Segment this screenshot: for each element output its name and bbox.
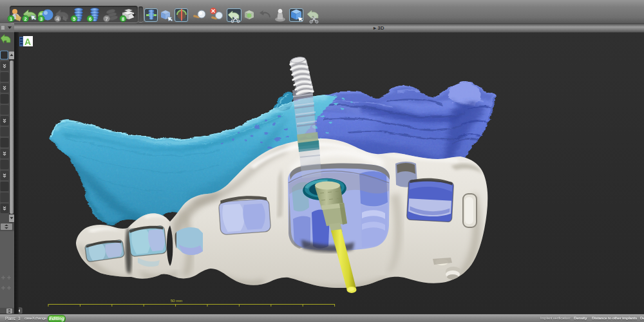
svg-text:6: 6 [89, 16, 91, 22]
svg-text:7: 7 [105, 16, 108, 22]
svg-text:50 mm: 50 mm [171, 299, 182, 303]
svg-text:3: 3 [40, 16, 43, 22]
svg-text:5: 5 [73, 16, 75, 22]
svg-text:8: 8 [122, 16, 124, 22]
